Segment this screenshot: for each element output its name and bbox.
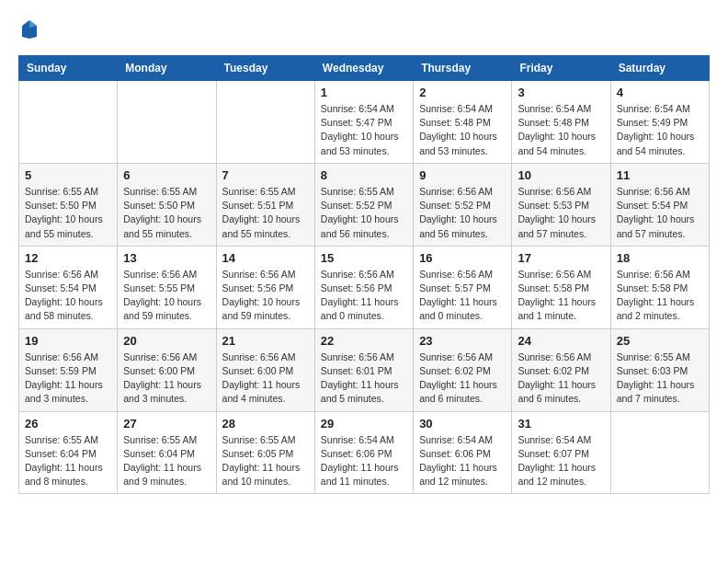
day-number: 12 bbox=[25, 251, 111, 265]
day-number: 4 bbox=[617, 86, 703, 99]
calendar-cell: 22Sunrise: 6:56 AM Sunset: 6:01 PM Dayli… bbox=[314, 328, 413, 411]
calendar-cell: 21Sunrise: 6:56 AM Sunset: 6:00 PM Dayli… bbox=[216, 328, 314, 411]
calendar-cell: 20Sunrise: 6:56 AM Sunset: 6:00 PM Dayli… bbox=[118, 328, 216, 411]
day-info: Sunrise: 6:55 AM Sunset: 5:52 PM Dayligh… bbox=[321, 185, 407, 241]
calendar-cell: 25Sunrise: 6:55 AM Sunset: 6:03 PM Dayli… bbox=[610, 328, 709, 411]
calendar-cell bbox=[216, 81, 314, 164]
day-info: Sunrise: 6:54 AM Sunset: 5:48 PM Dayligh… bbox=[419, 102, 506, 158]
calendar-cell: 13Sunrise: 6:56 AM Sunset: 5:55 PM Dayli… bbox=[118, 246, 216, 328]
day-info: Sunrise: 6:56 AM Sunset: 5:52 PM Dayligh… bbox=[419, 185, 506, 241]
calendar-week-row: 1Sunrise: 6:54 AM Sunset: 5:47 PM Daylig… bbox=[19, 81, 710, 164]
calendar-cell: 2Sunrise: 6:54 AM Sunset: 5:48 PM Daylig… bbox=[414, 81, 512, 164]
day-number: 1 bbox=[321, 86, 407, 99]
logo bbox=[18, 18, 42, 40]
day-number: 5 bbox=[25, 168, 111, 182]
calendar-week-row: 26Sunrise: 6:55 AM Sunset: 6:04 PM Dayli… bbox=[19, 411, 710, 494]
day-info: Sunrise: 6:56 AM Sunset: 5:54 PM Dayligh… bbox=[617, 185, 703, 241]
day-info: Sunrise: 6:56 AM Sunset: 5:53 PM Dayligh… bbox=[518, 185, 604, 241]
day-number: 2 bbox=[419, 86, 506, 99]
weekday-header: Wednesday bbox=[314, 56, 413, 81]
day-number: 10 bbox=[518, 168, 604, 182]
calendar-cell: 30Sunrise: 6:54 AM Sunset: 6:06 PM Dayli… bbox=[414, 411, 512, 494]
day-number: 16 bbox=[419, 251, 506, 265]
weekday-header: Saturday bbox=[610, 56, 709, 81]
day-number: 20 bbox=[123, 334, 210, 348]
calendar-cell: 28Sunrise: 6:55 AM Sunset: 6:05 PM Dayli… bbox=[216, 411, 314, 494]
calendar-cell: 31Sunrise: 6:54 AM Sunset: 6:07 PM Dayli… bbox=[512, 411, 610, 494]
calendar-cell: 9Sunrise: 6:56 AM Sunset: 5:52 PM Daylig… bbox=[414, 163, 512, 246]
day-number: 7 bbox=[222, 168, 309, 182]
day-info: Sunrise: 6:56 AM Sunset: 6:00 PM Dayligh… bbox=[222, 350, 309, 407]
weekday-header: Sunday bbox=[19, 56, 118, 81]
day-number: 13 bbox=[123, 251, 210, 265]
day-number: 21 bbox=[222, 334, 309, 348]
day-info: Sunrise: 6:55 AM Sunset: 5:50 PM Dayligh… bbox=[123, 185, 210, 241]
logo-icon bbox=[20, 18, 39, 40]
day-number: 27 bbox=[123, 417, 210, 431]
day-number: 8 bbox=[321, 168, 407, 182]
calendar-cell: 11Sunrise: 6:56 AM Sunset: 5:54 PM Dayli… bbox=[610, 163, 709, 246]
day-number: 14 bbox=[222, 251, 309, 265]
day-info: Sunrise: 6:56 AM Sunset: 5:58 PM Dayligh… bbox=[617, 268, 703, 324]
day-number: 15 bbox=[321, 251, 407, 265]
day-number: 29 bbox=[321, 417, 407, 431]
day-info: Sunrise: 6:55 AM Sunset: 6:03 PM Dayligh… bbox=[617, 350, 703, 407]
day-info: Sunrise: 6:56 AM Sunset: 5:57 PM Dayligh… bbox=[419, 268, 506, 324]
calendar-table: SundayMondayTuesdayWednesdayThursdayFrid… bbox=[18, 55, 710, 494]
day-info: Sunrise: 6:56 AM Sunset: 6:02 PM Dayligh… bbox=[518, 350, 604, 407]
calendar-week-row: 12Sunrise: 6:56 AM Sunset: 5:54 PM Dayli… bbox=[19, 246, 710, 328]
day-number: 24 bbox=[518, 334, 604, 348]
day-info: Sunrise: 6:56 AM Sunset: 5:56 PM Dayligh… bbox=[321, 268, 407, 324]
day-number: 23 bbox=[419, 334, 506, 348]
day-number: 25 bbox=[617, 334, 703, 348]
calendar-cell: 24Sunrise: 6:56 AM Sunset: 6:02 PM Dayli… bbox=[512, 328, 610, 411]
weekday-header: Friday bbox=[512, 56, 610, 81]
calendar-cell: 15Sunrise: 6:56 AM Sunset: 5:56 PM Dayli… bbox=[314, 246, 413, 328]
day-info: Sunrise: 6:56 AM Sunset: 5:56 PM Dayligh… bbox=[222, 268, 309, 324]
day-info: Sunrise: 6:56 AM Sunset: 6:00 PM Dayligh… bbox=[123, 350, 210, 407]
weekday-header: Tuesday bbox=[216, 56, 314, 81]
day-number: 11 bbox=[617, 168, 703, 182]
calendar-week-row: 19Sunrise: 6:56 AM Sunset: 5:59 PM Dayli… bbox=[19, 328, 710, 411]
day-number: 26 bbox=[25, 417, 111, 431]
day-info: Sunrise: 6:55 AM Sunset: 5:50 PM Dayligh… bbox=[25, 185, 111, 241]
day-number: 17 bbox=[518, 251, 604, 265]
day-info: Sunrise: 6:56 AM Sunset: 6:02 PM Dayligh… bbox=[419, 350, 506, 407]
calendar-week-row: 5Sunrise: 6:55 AM Sunset: 5:50 PM Daylig… bbox=[19, 163, 710, 246]
day-number: 30 bbox=[419, 417, 506, 431]
day-number: 22 bbox=[321, 334, 407, 348]
day-info: Sunrise: 6:54 AM Sunset: 6:06 PM Dayligh… bbox=[419, 433, 506, 489]
calendar-cell: 1Sunrise: 6:54 AM Sunset: 5:47 PM Daylig… bbox=[314, 81, 413, 164]
day-info: Sunrise: 6:55 AM Sunset: 6:04 PM Dayligh… bbox=[25, 433, 111, 489]
day-info: Sunrise: 6:56 AM Sunset: 6:01 PM Dayligh… bbox=[321, 350, 407, 407]
calendar-cell: 5Sunrise: 6:55 AM Sunset: 5:50 PM Daylig… bbox=[19, 163, 118, 246]
day-info: Sunrise: 6:54 AM Sunset: 6:06 PM Dayligh… bbox=[321, 433, 407, 489]
day-number: 19 bbox=[25, 334, 111, 348]
page-header bbox=[18, 18, 710, 40]
calendar-cell: 6Sunrise: 6:55 AM Sunset: 5:50 PM Daylig… bbox=[118, 163, 216, 246]
calendar-cell: 29Sunrise: 6:54 AM Sunset: 6:06 PM Dayli… bbox=[314, 411, 413, 494]
calendar-cell bbox=[19, 81, 118, 164]
day-info: Sunrise: 6:54 AM Sunset: 5:49 PM Dayligh… bbox=[617, 102, 703, 158]
calendar-cell: 12Sunrise: 6:56 AM Sunset: 5:54 PM Dayli… bbox=[19, 246, 118, 328]
calendar-cell: 19Sunrise: 6:56 AM Sunset: 5:59 PM Dayli… bbox=[19, 328, 118, 411]
calendar-cell: 27Sunrise: 6:55 AM Sunset: 6:04 PM Dayli… bbox=[118, 411, 216, 494]
calendar-cell: 17Sunrise: 6:56 AM Sunset: 5:58 PM Dayli… bbox=[512, 246, 610, 328]
day-info: Sunrise: 6:55 AM Sunset: 5:51 PM Dayligh… bbox=[222, 185, 309, 241]
calendar-cell: 10Sunrise: 6:56 AM Sunset: 5:53 PM Dayli… bbox=[512, 163, 610, 246]
day-number: 6 bbox=[123, 168, 210, 182]
day-info: Sunrise: 6:54 AM Sunset: 6:07 PM Dayligh… bbox=[518, 433, 604, 489]
day-info: Sunrise: 6:54 AM Sunset: 5:48 PM Dayligh… bbox=[518, 102, 604, 158]
weekday-header: Monday bbox=[118, 56, 216, 81]
calendar-cell: 23Sunrise: 6:56 AM Sunset: 6:02 PM Dayli… bbox=[414, 328, 512, 411]
calendar-cell bbox=[610, 411, 709, 494]
day-number: 18 bbox=[617, 251, 703, 265]
calendar-cell: 4Sunrise: 6:54 AM Sunset: 5:49 PM Daylig… bbox=[610, 81, 709, 164]
calendar-cell: 3Sunrise: 6:54 AM Sunset: 5:48 PM Daylig… bbox=[512, 81, 610, 164]
day-info: Sunrise: 6:56 AM Sunset: 5:58 PM Dayligh… bbox=[518, 268, 604, 324]
calendar-cell: 26Sunrise: 6:55 AM Sunset: 6:04 PM Dayli… bbox=[19, 411, 118, 494]
calendar-cell: 8Sunrise: 6:55 AM Sunset: 5:52 PM Daylig… bbox=[314, 163, 413, 246]
day-info: Sunrise: 6:55 AM Sunset: 6:05 PM Dayligh… bbox=[222, 433, 309, 489]
calendar-cell: 18Sunrise: 6:56 AM Sunset: 5:58 PM Dayli… bbox=[610, 246, 709, 328]
calendar-cell: 14Sunrise: 6:56 AM Sunset: 5:56 PM Dayli… bbox=[216, 246, 314, 328]
